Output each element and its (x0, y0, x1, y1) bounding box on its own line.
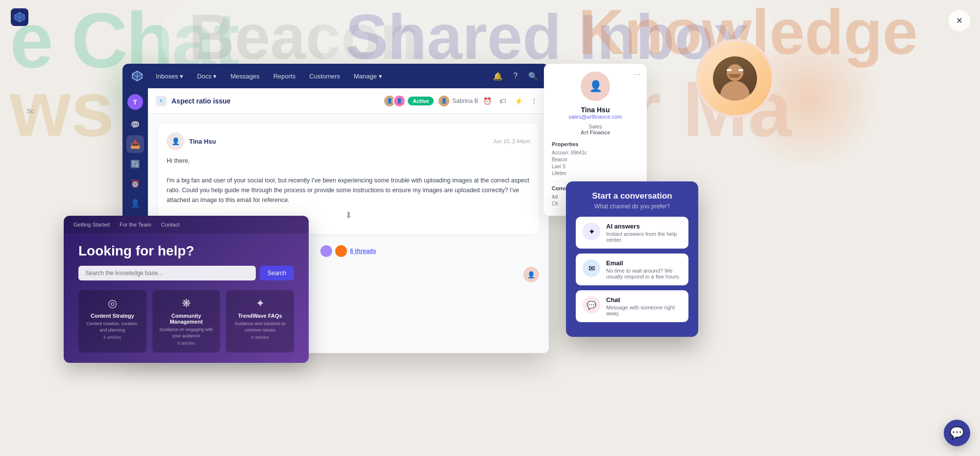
ai-channel-name: AI answers (606, 223, 682, 230)
start-conversation-modal: Start a conversation What channel do you… (566, 181, 698, 337)
chat-icon-wrap: 💬 (583, 296, 600, 314)
contact-name: Tina Hsu (552, 106, 639, 114)
msg-greeting: Hi there, (167, 156, 530, 166)
nav-inboxes[interactable]: Inboxes ▾ (150, 70, 189, 83)
msg-body: Hi there, I'm a big fan and user of your… (167, 156, 530, 205)
help-card-icon-0: ◎ (83, 297, 142, 310)
help-card-1: ❋ Community Management Guidance on engag… (152, 290, 220, 353)
ai-icon-wrap: ✦ (583, 223, 600, 240)
app-nav: Inboxes ▾ Docs ▾ Messages Reports Custom… (122, 64, 549, 88)
contact-email[interactable]: sales@artfinance.com (552, 114, 639, 120)
thread-avatar-1 (320, 245, 332, 257)
help-search-input[interactable] (78, 266, 256, 280)
help-card-title-0: Content Strategy (83, 313, 142, 319)
help-nav-for-team[interactable]: For the Team (120, 222, 151, 228)
more-action[interactable]: ⋮ (527, 94, 541, 108)
conv-assignee-avatars: 👤 👤 (383, 95, 406, 107)
notification-icon[interactable]: 🔔 (490, 68, 506, 84)
help-card-desc-0: Content creation, curation, and planning (83, 321, 142, 333)
help-card-count-0: 6 articles (83, 335, 142, 340)
msg-header: 👤 Tina Hsu Jun 10, 2:44pm (167, 132, 530, 150)
nav-customers[interactable]: Customers (303, 70, 346, 83)
app-logo-area (11, 8, 28, 28)
nav-reports[interactable]: Reports (268, 70, 302, 83)
contact-more-icon[interactable]: ⋯ (633, 70, 641, 79)
help-nav-getting-started[interactable]: Getting Started (74, 222, 110, 228)
lifetime-row: Lifetim (552, 171, 639, 176)
account-id-row: Accoun: 69641c (552, 150, 639, 155)
help-icon[interactable]: ? (508, 68, 523, 84)
msg-time: Jun 10, 2:44pm (493, 138, 530, 144)
reply-avatar: 👤 (523, 267, 539, 282)
help-card-icon-1: ❋ (157, 297, 216, 310)
email-icon-wrap: ✉ (583, 259, 600, 277)
start-conv-subtitle: What channel do you prefer? (576, 203, 688, 210)
nav-messages[interactable]: Messages (224, 70, 265, 83)
channel-email[interactable]: ✉ Email No time to wait around? We usual… (576, 253, 688, 285)
sidebar-icon-refresh[interactable]: 🔄 (126, 155, 144, 173)
sidebar-icon-user[interactable]: 👤 (126, 194, 144, 212)
help-card-title-1: Community Management (157, 313, 216, 325)
help-card-icon-2: ✦ (231, 297, 289, 310)
email-icon: ✉ (588, 264, 595, 273)
email-channel-name: Email (606, 259, 682, 267)
bolt-action[interactable]: ⚡ (512, 94, 525, 108)
help-center-body: Looking for help? Search ◎ Content Strat… (64, 233, 309, 362)
status-badge: Active (408, 97, 434, 105)
email-channel-info: Email No time to wait around? We usually… (606, 259, 682, 279)
ai-channel-info: AI answers Instant answers from the help… (606, 223, 682, 243)
assignee-avatar-2: 👤 (393, 95, 406, 107)
help-center-nav: Getting Started For the Team Contact (64, 216, 309, 233)
conv-type-icon: 📧 (156, 96, 167, 106)
nav-docs[interactable]: Docs ▾ (191, 70, 222, 83)
properties-label: Properties (552, 141, 639, 147)
help-card-count-2: 8 articles (231, 335, 289, 340)
close-button[interactable]: × (949, 10, 970, 31)
msg-sender-name: Tina Hsu (189, 138, 216, 145)
hero-avatar-inner (698, 42, 772, 115)
assigned-label: Sabrina B (452, 98, 478, 104)
nav-logo (130, 69, 144, 83)
sc-label: Sc (27, 108, 34, 115)
threads-link[interactable]: 6 threads (350, 248, 376, 254)
ai-channel-desc: Instant answers from the help center. (606, 231, 682, 243)
conv-title: Aspect ratio issue (172, 97, 231, 105)
help-card-0: ◎ Content Strategy Content creation, cur… (78, 290, 147, 353)
email-channel-desc: No time to wait around? We usually respo… (606, 268, 682, 279)
msg-sender-avatar: 👤 (167, 132, 184, 150)
properties-section: Properties Accoun: 69641c Beacor Last S … (552, 141, 639, 176)
conv-header: 📧 Aspect ratio issue 👤 👤 Active 👤 Sabrin… (148, 88, 549, 114)
sidebar-icon-chat[interactable]: 💬 (126, 116, 144, 133)
help-search-button[interactable]: Search (260, 266, 294, 280)
channel-chat[interactable]: 💬 Chat Message with someone right away. (576, 290, 688, 322)
clock-action[interactable]: ⏰ (480, 94, 494, 108)
help-cards: ◎ Content Strategy Content creation, cur… (78, 290, 294, 353)
sidebar-avatar[interactable]: T (127, 94, 143, 110)
channel-ai[interactable]: ✦ AI answers Instant answers from the he… (576, 217, 688, 249)
help-card-2: ✦ TrendWave FAQs Guidance and solutions … (226, 290, 294, 353)
sidebar-icon-inbox[interactable]: 📥 (126, 135, 144, 153)
contact-avatar: 👤 (581, 72, 610, 101)
ai-icon: ✦ (588, 227, 595, 236)
help-card-count-1: 8 articles (157, 341, 216, 346)
last-seen-row: Last S (552, 164, 639, 169)
contact-role: Sales (552, 124, 639, 129)
help-center-widget: Getting Started For the Team Contact Loo… (64, 216, 309, 363)
search-icon[interactable]: 🔍 (525, 68, 541, 84)
nav-manage[interactable]: Manage ▾ (348, 70, 388, 83)
help-card-title-2: TrendWave FAQs (231, 313, 289, 319)
bg-ws-text: ws (10, 64, 114, 154)
contact-company: Art Finance (552, 129, 639, 135)
app-logo-svg (11, 8, 28, 26)
chat-channel-name: Chat (606, 296, 682, 304)
assigned-avatar: 👤 (438, 95, 450, 107)
nav-icons: 🔔 ? 🔍 (490, 68, 541, 84)
beacon-row: Beacor (552, 157, 639, 162)
help-card-desc-2: Guidance and solutions to common issues (231, 321, 289, 333)
tag-action[interactable]: 🏷 (496, 94, 510, 108)
chat-fab-button[interactable]: 💬 (944, 420, 970, 446)
thread-avatar-2 (335, 245, 347, 257)
help-nav-contact[interactable]: Contact (161, 222, 180, 228)
chat-channel-desc: Message with someone right away. (606, 304, 682, 316)
sidebar-icon-clock[interactable]: ⏰ (126, 175, 144, 192)
